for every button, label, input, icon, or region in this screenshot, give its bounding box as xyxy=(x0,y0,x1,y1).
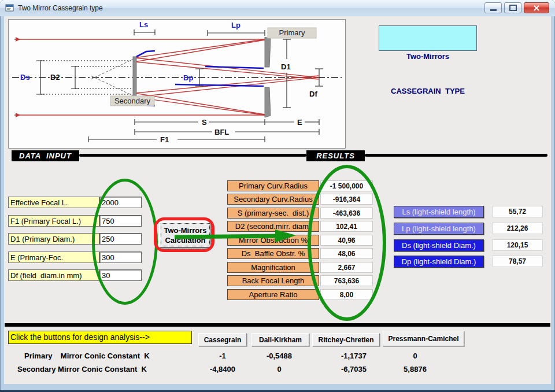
secondary-conic-label: Secondary Mirror Conic Constant K xyxy=(17,365,147,373)
diagram-label-secondary: Secondary xyxy=(114,97,151,105)
result-value-primary-curv-radius: -1 500,000 xyxy=(320,180,373,191)
shield-value-lp: 212,26 xyxy=(492,223,543,234)
result-value-magnification: 2,667 xyxy=(320,262,373,273)
app-window: Two Mirror Cassegrain type xyxy=(0,0,555,392)
secondary-k-pressmann-camichel: 5,8876 xyxy=(386,365,444,373)
dall-kirkham-button[interactable]: Dall-Kirkham xyxy=(251,333,309,346)
primary-k-cassegrain: -1 xyxy=(199,352,246,360)
input-label-effective-focal: Effective Focal L. xyxy=(8,197,99,208)
section-divider xyxy=(5,323,550,327)
input-effective-focal[interactable] xyxy=(99,197,142,208)
data-input-header: DATA INPUT xyxy=(12,150,79,161)
results-header: RESULTS xyxy=(306,150,365,161)
input-d1-primary-diam[interactable] xyxy=(99,233,142,245)
app-icon xyxy=(5,4,14,12)
primary-conic-label: Primary Mirror Conic Constant K xyxy=(24,352,150,360)
cassegrain-button[interactable]: Cassegrain xyxy=(198,333,247,346)
maximize-button[interactable] xyxy=(504,2,521,13)
result-label-aperture-ratio: Aperture Ratio xyxy=(227,289,319,300)
result-value-back-focal-length: 763,636 xyxy=(320,275,373,286)
diagram-label-dp: Dp xyxy=(183,73,193,82)
optical-diagram: Ls Lp Primary Secondary Ds D2 Dp D1 xyxy=(8,19,346,149)
maximize-icon xyxy=(509,5,517,11)
telescope-type-banner: Two-Mirrors CASSEGRAIN TYPE xyxy=(379,25,477,51)
ritchey-chretien-button[interactable]: Ritchey-Chretien xyxy=(312,333,380,346)
primary-k-pressmann-camichel: 0 xyxy=(386,352,444,360)
result-value-secondary-curv-radius: -916,364 xyxy=(320,194,373,205)
secondary-k-cassegrain: -4,8400 xyxy=(199,365,246,373)
calc-button-line2: Calculation xyxy=(160,235,210,245)
close-button[interactable] xyxy=(524,2,549,13)
diagram-label-f1: F1 xyxy=(160,135,169,144)
result-label-d2-diameter: D2 (second.mirr. diam) xyxy=(227,221,319,232)
input-e-primary-foc[interactable] xyxy=(99,252,142,263)
minimize-icon xyxy=(490,9,497,11)
secondary-k-dall-kirkham: 0 xyxy=(253,365,305,373)
banner-line2: CASSEGRAIN TYPE xyxy=(379,86,476,97)
title-bar: Two Mirror Cassegrain type xyxy=(0,0,555,16)
secondary-mirror xyxy=(133,57,136,100)
input-label-df-field-diam: Df (field diam.in mm) xyxy=(8,269,99,281)
result-value-ds-baffle-obstruction: 48,06 xyxy=(320,248,373,259)
two-mirrors-calculation-button[interactable]: Two-Mirrors Calculation xyxy=(159,221,212,248)
diagram-label-ls: Ls xyxy=(139,20,148,29)
result-label-s-distance: S (primary-sec. dist.) xyxy=(227,208,319,219)
window-title: Two Mirror Cassegrain type xyxy=(18,0,103,16)
ray-arrow-icon xyxy=(16,113,20,117)
secondary-k-ritchey-chretien: -6,7035 xyxy=(325,365,383,373)
close-icon xyxy=(534,5,539,11)
result-label-back-focal-length: Back Focal Length xyxy=(227,275,319,286)
shield-value-ls: 55,72 xyxy=(492,206,543,217)
input-df-field-diam[interactable] xyxy=(99,269,142,281)
result-value-d2-diameter: 102,41 xyxy=(320,221,373,232)
primary-mirror xyxy=(265,87,271,117)
diagram-label-primary: Primary xyxy=(279,28,305,37)
shield-label-dp: Dp (light-shield Diam.) xyxy=(394,256,484,268)
input-label-f1-primary-focal: F1 (Primary Focal L.) xyxy=(8,215,99,227)
diagram-label-s: S xyxy=(202,118,207,127)
diagram-label-d2: D2 xyxy=(50,73,60,82)
primary-mirror xyxy=(265,37,271,67)
result-value-mirror-obstruction: 40,96 xyxy=(320,235,373,246)
secondary-baffle xyxy=(136,51,155,57)
result-label-magnification: Magnification xyxy=(227,262,319,273)
result-label-secondary-curv-radius: Secondary Curv.Radius xyxy=(227,194,319,205)
result-label-ds-baffle-obstruction: Ds Baffle Obstr. % xyxy=(227,248,319,259)
primary-baffle xyxy=(205,66,264,68)
shield-value-dp: 78,57 xyxy=(492,256,543,267)
diagram-label-lp: Lp xyxy=(231,21,240,29)
input-label-d1-primary-diam: D1 (Primary Diam.) xyxy=(8,233,99,245)
shield-label-ls: Ls (light-shield length) xyxy=(394,206,484,218)
diagram-label-df: Df xyxy=(309,90,317,98)
shield-label-ds: Ds (light-shield Diam.) xyxy=(394,239,484,252)
result-value-aperture-ratio: 8,00 xyxy=(320,289,373,300)
result-value-s-distance: -463,636 xyxy=(320,208,373,219)
banner-line1: Two-Mirrors xyxy=(379,51,476,62)
divider-line xyxy=(79,154,306,157)
result-label-mirror-obstruction: Mirror Obstruction % xyxy=(227,235,319,246)
input-label-e-primary-foc: E (Primary-Foc. xyxy=(8,252,99,263)
shield-label-lp: Lp (light-shield length) xyxy=(394,223,484,235)
analysis-instruction: Click the buttons for design analysis--> xyxy=(8,331,192,344)
minimize-button[interactable] xyxy=(484,2,502,13)
cassegrain-schematic: Ls Lp Primary Secondary Ds D2 Dp D1 xyxy=(9,20,345,148)
primary-k-dall-kirkham: -0,5488 xyxy=(253,352,305,360)
result-label-primary-curv-radius: Primary Curv.Radius xyxy=(227,180,319,191)
diagram-label-bfl: BFL xyxy=(214,128,229,136)
diagram-label-d1: D1 xyxy=(281,62,291,71)
primary-k-ritchey-chretien: -1,1737 xyxy=(325,352,383,360)
divider-line xyxy=(365,154,547,157)
input-f1-primary-focal[interactable] xyxy=(99,215,142,227)
calc-button-line1: Two-Mirrors xyxy=(160,225,210,235)
pressmann-camichel-button[interactable]: Pressmann-Camichel xyxy=(383,331,464,346)
ray-arrow-icon xyxy=(16,37,20,42)
diagram-label-e: E xyxy=(297,118,302,127)
diagram-label-ds: Ds xyxy=(20,73,30,82)
shield-value-ds: 120,15 xyxy=(492,239,543,251)
